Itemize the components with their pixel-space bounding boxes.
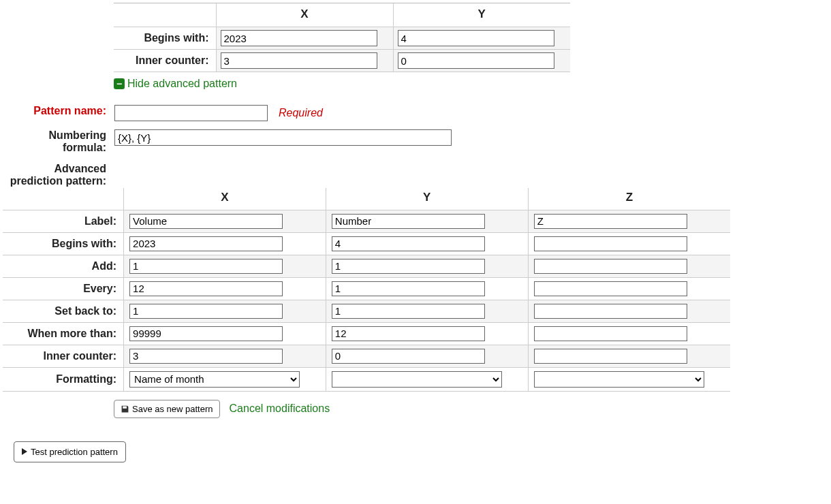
adv-formatting-z-select[interactable] xyxy=(534,371,704,388)
advanced-prediction-pattern-label: Advanced prediction pattern: xyxy=(3,163,110,188)
top-col-x-header: X xyxy=(216,3,393,27)
adv-y-input[interactable] xyxy=(332,326,485,341)
save-button-label: Save as new pattern xyxy=(132,404,213,414)
adv-row: Every: xyxy=(3,277,730,300)
pattern-name-required-hint: Required xyxy=(279,107,323,119)
adv-x-input[interactable] xyxy=(129,304,283,319)
adv-col-x-header: X xyxy=(124,188,326,210)
adv-row: Inner counter: xyxy=(3,345,730,367)
top-row-label-inner: Inner counter: xyxy=(114,50,216,72)
adv-row-label: When more than: xyxy=(3,322,124,345)
adv-formatting-x-select[interactable]: Name of month xyxy=(129,371,300,388)
adv-row: Set back to: xyxy=(3,300,730,322)
adv-z-input[interactable] xyxy=(534,214,687,229)
adv-y-input[interactable] xyxy=(332,259,485,274)
pattern-name-input[interactable] xyxy=(114,105,268,121)
cancel-modifications-link[interactable]: Cancel modifications xyxy=(230,403,330,415)
adv-x-input[interactable] xyxy=(129,259,283,274)
save-as-new-pattern-button[interactable]: Save as new pattern xyxy=(114,400,220,418)
pattern-name-label: Pattern name: xyxy=(3,105,110,117)
adv-row-label: Every: xyxy=(3,277,124,300)
adv-col-y-header: Y xyxy=(326,188,528,210)
adv-formatting-y-select[interactable] xyxy=(332,371,502,388)
adv-formatting-label: Formatting: xyxy=(3,367,124,391)
adv-x-input[interactable] xyxy=(129,326,283,341)
play-icon xyxy=(22,448,27,455)
adv-row-label: Begins with: xyxy=(3,232,124,255)
adv-x-input[interactable] xyxy=(129,236,283,251)
adv-x-input[interactable] xyxy=(129,281,283,296)
adv-x-input[interactable] xyxy=(129,214,283,229)
top-inner-x-input[interactable] xyxy=(221,52,377,69)
adv-row-label: Label: xyxy=(3,210,124,232)
numbering-formula-input[interactable] xyxy=(114,129,452,146)
top-begins-y-input[interactable] xyxy=(398,30,554,46)
adv-y-input[interactable] xyxy=(332,304,485,319)
test-button-label: Test prediction pattern xyxy=(31,447,118,457)
adv-x-input[interactable] xyxy=(129,349,283,364)
top-begins-x-input[interactable] xyxy=(221,30,377,46)
adv-row: Label: xyxy=(3,210,730,232)
adv-z-input[interactable] xyxy=(534,236,687,251)
adv-row: Add: xyxy=(3,255,730,277)
adv-y-input[interactable] xyxy=(332,236,485,251)
adv-z-input[interactable] xyxy=(534,349,687,364)
adv-y-input[interactable] xyxy=(332,349,485,364)
adv-y-input[interactable] xyxy=(332,214,485,229)
adv-z-input[interactable] xyxy=(534,326,687,341)
top-row-inner-counter: Inner counter: xyxy=(114,50,570,72)
adv-row-label: Inner counter: xyxy=(3,345,124,367)
adv-row-label: Set back to: xyxy=(3,300,124,322)
adv-y-input[interactable] xyxy=(332,281,485,296)
hide-advanced-pattern-toggle[interactable]: − Hide advanced pattern xyxy=(114,78,237,90)
top-col-y-header: Y xyxy=(393,3,570,27)
test-prediction-pattern-button[interactable]: Test prediction pattern xyxy=(14,441,126,462)
numbering-formula-label: Numbering formula: xyxy=(3,129,110,155)
adv-row-formatting: Formatting:Name of month xyxy=(3,367,730,391)
top-inner-y-input[interactable] xyxy=(398,52,554,69)
save-icon xyxy=(121,405,129,413)
adv-row: Begins with: xyxy=(3,232,730,255)
adv-row-label: Add: xyxy=(3,255,124,277)
hide-advanced-pattern-label: Hide advanced pattern xyxy=(127,78,237,90)
top-xy-table: X Y Begins with: Inner counter: xyxy=(114,3,570,72)
adv-col-z-header: Z xyxy=(528,188,730,210)
adv-z-input[interactable] xyxy=(534,259,687,274)
adv-z-input[interactable] xyxy=(534,304,687,319)
minus-icon: − xyxy=(114,78,125,89)
top-row-begins-with: Begins with: xyxy=(114,27,570,50)
adv-z-input[interactable] xyxy=(534,281,687,296)
adv-row: When more than: xyxy=(3,322,730,345)
advanced-pattern-table: X Y Z Label:Begins with:Add:Every:Set ba… xyxy=(3,188,730,392)
top-row-label-begins: Begins with: xyxy=(114,27,216,50)
